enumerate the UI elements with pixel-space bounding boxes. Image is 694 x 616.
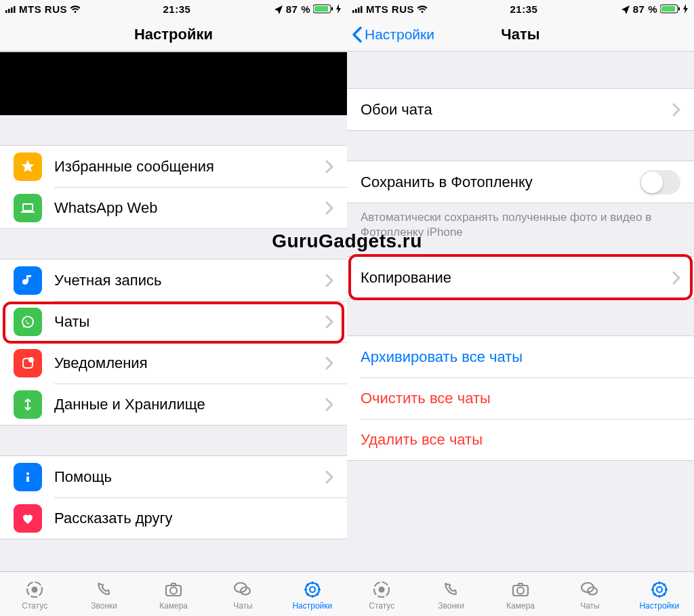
tab-bar: СтатусЗвонкиКамераЧатыНастройки — [347, 571, 694, 616]
tab-label: Звонки — [91, 601, 117, 611]
tab-bar: СтатусЗвонкиКамераЧатыНастройки — [0, 571, 347, 616]
tab-label: Статус — [22, 601, 47, 611]
page-title: Настройки — [134, 26, 213, 43]
notifications-label: Уведомления — [54, 354, 325, 372]
status-bar: MTS RUS 21:35 87 % — [0, 0, 347, 18]
page-title: Чаты — [501, 26, 539, 43]
save-camera-roll-toggle[interactable] — [640, 170, 680, 194]
tab-label: Статус — [369, 601, 394, 611]
clock: 21:35 — [510, 3, 537, 15]
whatsapp-web-row[interactable]: WhatsApp Web — [0, 187, 347, 228]
backup-group: Копирование — [347, 256, 694, 299]
signal-icon — [352, 5, 363, 13]
account-row[interactable]: Учетная запись — [0, 260, 347, 301]
tab-chats[interactable]: Чаты — [208, 579, 277, 611]
wallpaper-group: Обои чата — [347, 88, 694, 131]
chevron-icon — [325, 274, 333, 287]
carrier-label: MTS RUS — [19, 3, 67, 15]
delete-all-row[interactable]: Удалить все чаты — [347, 419, 694, 460]
chats-icon — [232, 579, 253, 600]
back-chevron-icon — [351, 26, 363, 43]
settings-group-1: Избранные сообщения WhatsApp Web — [0, 145, 347, 229]
settings-content[interactable]: Избранные сообщения WhatsApp Web Учетная… — [0, 52, 347, 571]
heart-icon — [14, 504, 42, 533]
tab-label: Чаты — [233, 601, 253, 611]
whatsapp-icon — [14, 308, 42, 336]
info-icon — [14, 463, 42, 491]
star-icon — [14, 152, 42, 181]
archive-all-row[interactable]: Архивировать все чаты — [347, 336, 694, 377]
whatsapp-web-label: WhatsApp Web — [54, 199, 325, 217]
carrier-label: MTS RUS — [366, 3, 414, 15]
location-icon — [620, 4, 630, 14]
chevron-icon — [325, 315, 333, 329]
tab-camera[interactable]: Камера — [486, 579, 555, 611]
starred-messages-label: Избранные сообщения — [54, 158, 325, 176]
signal-icon — [5, 5, 16, 13]
chevron-icon — [325, 356, 333, 370]
chats-settings-screen: MTS RUS 21:35 87 % Настройки Чаты Обои ч… — [347, 0, 694, 616]
phone-icon — [94, 579, 115, 600]
tab-status[interactable]: Статус — [0, 579, 69, 611]
tell-friend-row[interactable]: Рассказать другу — [0, 497, 347, 539]
clock: 21:35 — [163, 3, 190, 15]
key-icon — [14, 266, 42, 295]
chat-backup-row[interactable]: Копирование — [347, 257, 694, 298]
status-icon — [24, 579, 45, 600]
laptop-icon — [14, 194, 42, 222]
phone-icon — [441, 579, 462, 600]
status-icon — [371, 579, 392, 600]
tab-status[interactable]: Статус — [347, 579, 416, 611]
settings-icon — [302, 579, 323, 600]
tab-settings[interactable]: Настройки — [625, 579, 694, 611]
wifi-icon — [70, 5, 81, 13]
help-label: Помощь — [54, 468, 325, 486]
chevron-icon — [672, 271, 680, 285]
data-icon — [14, 390, 42, 419]
settings-icon — [649, 579, 670, 600]
chat-wallpaper-row[interactable]: Обои чата — [347, 89, 694, 130]
data-storage-row[interactable]: Данные и Хранилище — [0, 384, 347, 425]
clear-all-label: Очистить все чаты — [361, 390, 491, 407]
battery-icon — [313, 4, 333, 14]
clear-all-row[interactable]: Очистить все чаты — [347, 377, 694, 419]
chats-row[interactable]: Чаты — [0, 301, 347, 342]
tab-phone[interactable]: Звонки — [69, 579, 138, 611]
settings-group-3: Помощь Рассказать другу — [0, 455, 347, 539]
tell-friend-label: Рассказать другу — [54, 510, 333, 527]
starred-messages-row[interactable]: Избранные сообщения — [0, 146, 347, 187]
save-camera-roll-row[interactable]: Сохранить в Фотопленку — [347, 161, 694, 203]
save-camera-roll-label: Сохранить в Фотопленку — [361, 173, 640, 191]
save-photo-footer: Автоматически сохранять полученные фото … — [347, 203, 694, 240]
wifi-icon — [417, 5, 428, 13]
nav-bar: Настройки — [0, 18, 347, 52]
tab-chats[interactable]: Чаты — [555, 579, 624, 611]
archive-all-label: Архивировать все чаты — [361, 348, 523, 366]
chat-wallpaper-label: Обои чата — [361, 101, 672, 119]
chevron-icon — [325, 470, 333, 484]
chevron-icon — [325, 160, 333, 173]
chats-settings-content[interactable]: Обои чата Сохранить в Фотопленку Автомат… — [347, 52, 694, 571]
tab-label: Чаты — [580, 601, 600, 611]
notifications-row[interactable]: Уведомления — [0, 342, 347, 384]
chat-backup-label: Копирование — [361, 269, 672, 287]
tab-phone[interactable]: Звонки — [416, 579, 485, 611]
save-photo-group: Сохранить в Фотопленку — [347, 161, 694, 203]
help-row[interactable]: Помощь — [0, 456, 347, 497]
tab-label: Камера — [506, 601, 535, 611]
battery-icon — [660, 4, 680, 14]
tab-camera[interactable]: Камера — [139, 579, 208, 611]
chat-actions-group: Архивировать все чаты Очистить все чаты … — [347, 335, 694, 461]
account-label: Учетная запись — [54, 272, 325, 289]
chevron-icon — [325, 201, 333, 215]
profile-row[interactable] — [0, 52, 347, 115]
charging-icon — [683, 4, 689, 14]
status-bar: MTS RUS 21:35 87 % — [347, 0, 694, 18]
data-storage-label: Данные и Хранилище — [54, 396, 325, 413]
nav-bar: Настройки Чаты — [347, 18, 694, 52]
back-button[interactable]: Настройки — [351, 18, 434, 51]
tab-settings[interactable]: Настройки — [278, 579, 347, 611]
back-label: Настройки — [365, 26, 434, 43]
settings-screen: MTS RUS 21:35 87 % Настройки Избранные с… — [0, 0, 347, 616]
tab-label: Настройки — [292, 601, 332, 611]
